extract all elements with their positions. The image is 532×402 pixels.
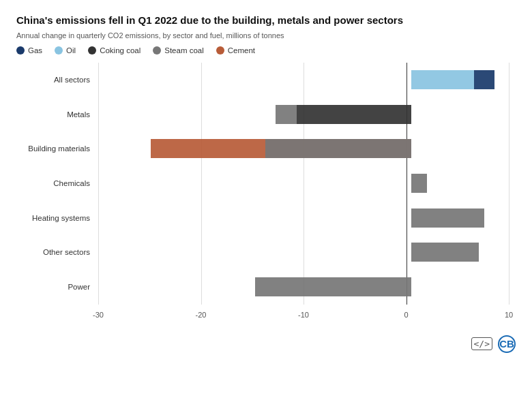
row-label: Other sectors <box>16 248 98 256</box>
row-bars <box>98 134 516 164</box>
bar-oil <box>411 70 474 89</box>
row-label: Metals <box>16 110 98 119</box>
table-row: Heating systems <box>16 203 516 233</box>
legend-item: Coking coal <box>88 46 141 55</box>
legend: GasOilCoking coalSteam coalCement <box>16 46 516 55</box>
axis-labels: -30-20-10010 <box>98 311 509 323</box>
row-bars <box>98 203 516 233</box>
bar-steam-coal <box>411 174 427 193</box>
bar-steam-coal <box>411 243 479 262</box>
bar-steam-coal <box>265 139 411 158</box>
bar-steam-coal <box>276 105 297 124</box>
row-label: Chemicals <box>16 179 98 187</box>
row-bars <box>98 99 516 129</box>
table-row: Other sectors <box>16 237 516 267</box>
legend-item: Oil <box>55 46 76 55</box>
table-row: Power <box>16 272 516 302</box>
row-label: Power <box>16 283 98 291</box>
chart-rows: All sectorsMetalsBuilding materialsChemi… <box>16 63 516 305</box>
chart-subtitle: Annual change in quarterly CO2 emissions… <box>16 31 516 40</box>
code-icon: </> <box>471 337 492 350</box>
chart-inner: All sectorsMetalsBuilding materialsChemi… <box>16 63 516 308</box>
legend-item: Gas <box>16 46 42 55</box>
row-label: Heating systems <box>16 214 98 222</box>
bar-gas <box>474 70 495 89</box>
row-label: Building materials <box>16 144 98 153</box>
chart-footer: </> CB <box>16 335 516 353</box>
chart-title: China's emissions fell in Q1 2022 due to… <box>16 14 516 27</box>
table-row: All sectors <box>16 65 516 95</box>
table-row: Building materials <box>16 134 516 164</box>
table-row: Metals <box>16 99 516 129</box>
axis-label: -30 <box>93 311 104 319</box>
bar-coking-coal <box>297 105 411 124</box>
axis-label: -20 <box>196 311 207 319</box>
legend-item: Steam coal <box>153 46 204 55</box>
row-bars <box>98 168 516 198</box>
chart-area: All sectorsMetalsBuilding materialsChemi… <box>16 63 516 328</box>
row-bars <box>98 272 516 302</box>
legend-item: Cement <box>216 46 255 55</box>
row-bars <box>98 65 516 95</box>
row-bars <box>98 237 516 267</box>
axis-label: 10 <box>505 311 513 319</box>
table-row: Chemicals <box>16 168 516 198</box>
axis-label: 0 <box>404 311 408 319</box>
cb-logo: CB <box>498 335 516 353</box>
row-label: All sectors <box>16 76 98 84</box>
bar-steam-coal <box>411 208 484 228</box>
bar-steam-coal <box>255 277 412 296</box>
axis-label: -10 <box>298 311 309 319</box>
